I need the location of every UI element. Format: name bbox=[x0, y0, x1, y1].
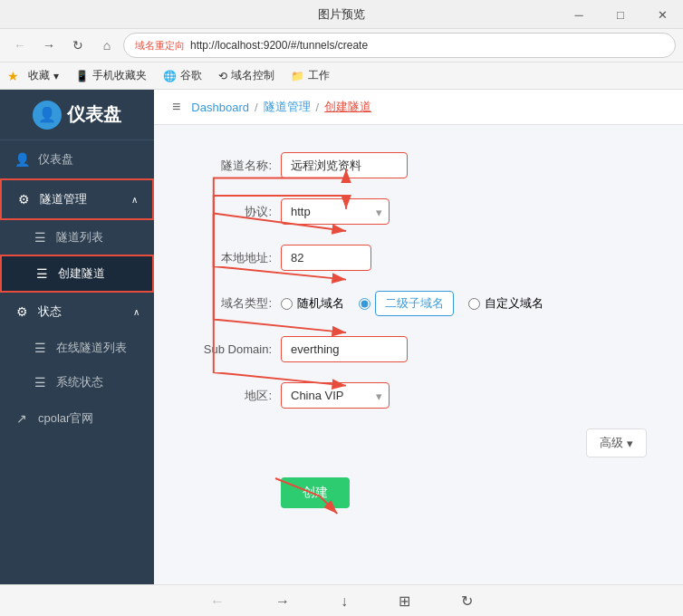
sidebar-item-tunnel-list[interactable]: ☰ 隧道列表 bbox=[0, 220, 154, 255]
protocol-select-wrapper: http https tcp udp bbox=[281, 198, 390, 225]
tunnel-mgmt-chevron: ∧ bbox=[131, 195, 138, 205]
form-area: 隧道名称: 协议: http https tcp udp 本地地址: bbox=[154, 125, 683, 584]
bookmark-mobile[interactable]: 📱 手机收藏夹 bbox=[68, 65, 154, 87]
sidebar-item-create-tunnel[interactable]: ☰ 创建隧道 bbox=[0, 255, 154, 293]
address-redirect-label: 域名重定向 bbox=[135, 39, 185, 53]
close-button[interactable]: ✕ bbox=[641, 0, 683, 29]
bottom-download-button[interactable]: ↓ bbox=[333, 590, 355, 613]
breadcrumb-menu-icon[interactable]: ≡ bbox=[172, 99, 180, 115]
advanced-button[interactable]: 高级 ▾ bbox=[586, 428, 647, 457]
bottom-nav: ← → ↓ ⊞ ↻ bbox=[0, 584, 683, 616]
region-select-wrapper: China VIP China US EU bbox=[281, 382, 390, 409]
region-select[interactable]: China VIP China US EU bbox=[281, 382, 390, 409]
mobile-icon: 📱 bbox=[75, 70, 89, 82]
sidebar-item-status[interactable]: ⚙ 状态 ∧ bbox=[0, 293, 154, 331]
star-icon: ★ bbox=[7, 69, 19, 83]
tunnel-mgmt-label: 隧道管理 bbox=[40, 191, 87, 207]
dashboard-icon: 👤 bbox=[14, 152, 29, 167]
refresh-button[interactable]: ↻ bbox=[65, 33, 91, 58]
back-button[interactable]: ← bbox=[7, 33, 33, 58]
logo-icon: 👤 bbox=[33, 101, 62, 130]
radio-second-input[interactable] bbox=[359, 298, 370, 310]
address-bar[interactable]: 域名重定向 http://localhost:9200/#/tunnels/cr… bbox=[123, 33, 676, 58]
content-area: ≡ Dashboard / 隧道管理 / 创建隧道 隧道名称: 协议: http bbox=[154, 90, 683, 584]
tunnel-name-row: 隧道名称: bbox=[190, 152, 647, 178]
bookmark-domain[interactable]: ⟲ 域名控制 bbox=[211, 65, 282, 87]
breadcrumb-tunnel-mgmt[interactable]: 隧道管理 bbox=[264, 99, 311, 115]
domain-label: 域名控制 bbox=[231, 68, 274, 83]
bottom-refresh-button[interactable]: ↻ bbox=[454, 589, 480, 613]
domain-type-label: 域名类型: bbox=[190, 295, 272, 312]
favorites-label: 收藏 bbox=[28, 68, 50, 83]
radio-random-domain[interactable]: 随机域名 bbox=[281, 295, 344, 312]
radio-custom-input[interactable] bbox=[468, 298, 480, 310]
bookmark-work[interactable]: 📁 工作 bbox=[284, 65, 337, 87]
tunnel-name-label: 隧道名称: bbox=[190, 158, 272, 174]
sidebar-item-system-status[interactable]: ☰ 系统状态 bbox=[0, 365, 154, 399]
domain-type-radio-group: 随机域名 二级子域名 自定义域名 bbox=[281, 291, 544, 316]
protocol-row: 协议: http https tcp udp bbox=[190, 198, 647, 225]
logo-text: 👤 仪表盘 bbox=[33, 101, 121, 130]
window-controls: ─ □ ✕ bbox=[558, 0, 683, 29]
create-row: 创建 bbox=[190, 477, 647, 508]
bookmark-favorites[interactable]: 收藏 ▾ bbox=[21, 65, 66, 87]
sidebar-item-tunnel-mgmt[interactable]: ⚙ 隧道管理 ∧ bbox=[0, 178, 154, 220]
system-status-icon: ☰ bbox=[33, 375, 47, 390]
sidebar-logo: 👤 仪表盘 bbox=[0, 90, 154, 140]
window-title: 图片预览 bbox=[318, 6, 365, 23]
tunnel-name-input[interactable] bbox=[281, 152, 408, 178]
domain-icon: ⟲ bbox=[218, 70, 227, 82]
radio-custom-domain[interactable]: 自定义域名 bbox=[468, 295, 544, 312]
breadcrumb-bar: ≡ Dashboard / 隧道管理 / 创建隧道 bbox=[154, 90, 683, 125]
cpolar-icon: ↗ bbox=[14, 411, 29, 426]
work-icon: 📁 bbox=[291, 70, 304, 82]
nav-bar: ← → ↻ ⌂ 域名重定向 http://localhost:9200/#/tu… bbox=[0, 29, 683, 62]
title-bar: 图片预览 ─ □ ✕ bbox=[0, 0, 683, 29]
forward-button[interactable]: → bbox=[36, 33, 62, 58]
tunnel-list-icon: ☰ bbox=[33, 230, 47, 245]
advanced-row: 高级 ▾ bbox=[190, 428, 647, 457]
dashboard-label: 仪表盘 bbox=[38, 151, 73, 168]
protocol-select[interactable]: http https tcp udp bbox=[281, 198, 390, 225]
sidebar-item-cpolar[interactable]: ↗ cpolar官网 bbox=[0, 399, 154, 438]
create-button[interactable]: 创建 bbox=[281, 477, 350, 508]
google-label: 谷歌 bbox=[180, 68, 202, 83]
local-addr-input[interactable] bbox=[281, 245, 371, 271]
status-label: 状态 bbox=[38, 303, 62, 320]
bottom-back-button[interactable]: ← bbox=[203, 590, 232, 613]
domain-type-row: 域名类型: 随机域名 二级子域名 自定义域名 bbox=[190, 291, 647, 316]
sub-domain-label: Sub Domain: bbox=[190, 342, 272, 356]
bottom-forward-button[interactable]: → bbox=[268, 590, 297, 613]
home-button[interactable]: ⌂ bbox=[94, 33, 120, 58]
online-tunnels-icon: ☰ bbox=[33, 341, 47, 355]
radio-random-input[interactable] bbox=[281, 298, 293, 310]
radio-custom-label: 自定义域名 bbox=[485, 295, 544, 312]
radio-second-label: 二级子域名 bbox=[375, 291, 454, 316]
advanced-label: 高级 bbox=[600, 435, 623, 451]
sub-domain-input[interactable] bbox=[281, 336, 408, 362]
sidebar-item-dashboard[interactable]: 👤 仪表盘 bbox=[0, 140, 154, 178]
online-tunnels-label: 在线隧道列表 bbox=[56, 340, 127, 356]
browser-chrome: ← → ↻ ⌂ 域名重定向 http://localhost:9200/#/tu… bbox=[0, 29, 683, 90]
radio-second-level[interactable]: 二级子域名 bbox=[359, 291, 454, 316]
advanced-arrow: ▾ bbox=[627, 437, 633, 450]
region-label: 地区: bbox=[190, 388, 272, 404]
bottom-grid-button[interactable]: ⊞ bbox=[391, 589, 418, 613]
local-addr-row: 本地地址: bbox=[190, 245, 647, 271]
breadcrumb-sep1: / bbox=[255, 101, 258, 114]
mobile-label: 手机收藏夹 bbox=[92, 68, 147, 83]
protocol-label: 协议: bbox=[190, 204, 272, 220]
minimize-button[interactable]: ─ bbox=[558, 0, 600, 29]
breadcrumb-dashboard[interactable]: Dashboard bbox=[191, 101, 249, 114]
google-icon: 🌐 bbox=[163, 70, 177, 82]
maximize-button[interactable]: □ bbox=[600, 0, 641, 29]
sidebar-item-online-tunnels[interactable]: ☰ 在线隧道列表 bbox=[0, 331, 154, 365]
sidebar: 👤 仪表盘 👤 仪表盘 ⚙ 隧道管理 ∧ ☰ 隧道列表 ☰ 创建隧道 ⚙ 状态 … bbox=[0, 90, 154, 584]
region-row: 地区: China VIP China US EU bbox=[190, 382, 647, 409]
work-label: 工作 bbox=[308, 68, 330, 83]
tunnel-mgmt-icon: ⚙ bbox=[16, 192, 31, 207]
address-url: http://localhost:9200/#/tunnels/create bbox=[190, 39, 664, 52]
main-container: 👤 仪表盘 👤 仪表盘 ⚙ 隧道管理 ∧ ☰ 隧道列表 ☰ 创建隧道 ⚙ 状态 … bbox=[0, 90, 683, 584]
create-label: 创建 bbox=[303, 485, 328, 499]
bookmark-google[interactable]: 🌐 谷歌 bbox=[156, 65, 209, 87]
